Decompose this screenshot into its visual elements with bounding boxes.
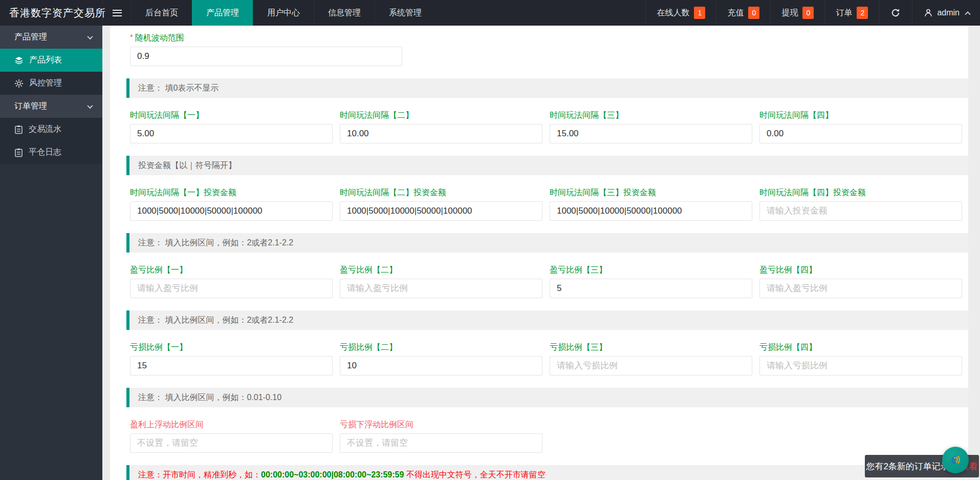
field-label: 亏损比例【四】 [759, 342, 962, 353]
online-users-badge: 1 [694, 7, 705, 19]
field-label: *随机波动范围 [130, 33, 968, 44]
chevron-up-icon [965, 11, 970, 17]
online-users-stat[interactable]: 在线人数 1 [645, 0, 716, 26]
field-random-range: *随机波动范围 [130, 33, 968, 66]
withdraw-label: 提现 [781, 8, 798, 18]
field-loss-float: 亏损下浮动比例区间 [340, 420, 542, 453]
profit-2-input[interactable] [340, 279, 542, 298]
notice-ratio-a: 注意： 填入比例区间，例如：2或者2.1-2.2 [126, 233, 968, 253]
sidebar-group-orders[interactable]: 订单管理 [0, 95, 102, 118]
field-invest-1: 时间玩法间隔【一】投资金额 [130, 187, 333, 221]
field-label: 亏损比例【三】 [550, 342, 752, 353]
field-label: 亏损比例【一】 [130, 342, 333, 353]
gear-icon [14, 79, 24, 88]
invest-3-input[interactable] [550, 201, 752, 221]
notification-fab-button[interactable] [942, 447, 969, 473]
notice-display-rule: 注意： 填0表示不显示 [126, 78, 968, 98]
sidebar-group-label: 订单管理 [14, 101, 88, 112]
sidebar-item-product-list[interactable]: 产品列表 [0, 49, 102, 72]
refresh-icon [890, 8, 901, 18]
nav-item-system[interactable]: 系统管理 [375, 0, 435, 26]
notice-market-suffix: 不得出现中文符号，全天不开市请留空 [404, 470, 545, 479]
field-label: 时间玩法间隔【一】 [130, 110, 333, 121]
sidebar-item-risk-control[interactable]: 风控管理 [0, 72, 102, 95]
loss-3-input[interactable] [550, 356, 752, 375]
field-label: 亏损下浮动比例区间 [340, 420, 542, 430]
field-interval-2: 时间玩法间隔【二】 [340, 110, 542, 143]
interval-1-input[interactable] [130, 124, 333, 143]
field-label: 盈亏比例【一】 [130, 265, 333, 276]
interval-3-input[interactable] [550, 124, 752, 143]
product-edit-form: *随机波动范围 注意： 填0表示不显示 时间玩法间隔【一】 时间玩法间隔【二】 … [110, 26, 968, 480]
loss-4-input[interactable] [759, 356, 962, 375]
app-logo: 香港数字资产交易所 [0, 0, 102, 26]
field-interval-1: 时间玩法间隔【一】 [130, 110, 333, 143]
field-label: 时间玩法间隔【三】投资金额 [550, 187, 752, 198]
field-label: 时间玩法间隔【四】投资金额 [759, 187, 962, 198]
top-navbar: 香港数字资产交易所 后台首页 产品管理 用户中心 信息管理 系统管理 在线人数 … [0, 0, 980, 26]
document-icon [14, 148, 23, 157]
loss-1-input[interactable] [130, 356, 333, 375]
sidebar-item-label: 交易流水 [29, 124, 61, 135]
field-label: 时间玩法间隔【四】 [759, 110, 962, 121]
profit-3-input[interactable] [550, 279, 752, 298]
sidebar-item-close-log[interactable]: 平仓日志 [0, 141, 102, 164]
orders-stat[interactable]: 订单 2 [824, 0, 879, 26]
field-profit-1: 盈亏比例【一】 [130, 265, 333, 298]
nav-item-products[interactable]: 产品管理 [192, 0, 253, 26]
sidebar-item-label: 平仓日志 [29, 147, 61, 158]
loss-ratio-row: 亏损比例【一】 亏损比例【二】 亏损比例【三】 亏损比例【四】 [130, 342, 968, 375]
notice-ratio-c: 注意： 填入比例区间，例如：0.01-0.10 [126, 388, 968, 407]
sidebar-group-label: 产品管理 [14, 32, 88, 43]
speaker-icon [948, 452, 963, 468]
profit-4-input[interactable] [759, 279, 962, 298]
nav-item-users[interactable]: 用户中心 [253, 0, 314, 26]
random-range-label: 随机波动范围 [135, 33, 184, 42]
random-range-input[interactable] [130, 47, 402, 66]
profit-float-input[interactable] [130, 433, 333, 453]
deposit-stat[interactable]: 充值 0 [716, 0, 770, 26]
profit-1-input[interactable] [130, 279, 333, 298]
field-invest-3: 时间玩法间隔【三】投资金额 [550, 187, 752, 221]
admin-user-menu[interactable]: admin [912, 0, 980, 26]
withdraw-stat[interactable]: 提现 0 [770, 0, 824, 26]
field-interval-3: 时间玩法间隔【三】 [550, 110, 752, 143]
hamburger-icon [113, 10, 122, 16]
loss-2-input[interactable] [340, 356, 542, 375]
orders-badge: 2 [857, 7, 868, 19]
sidebar-item-label: 风控管理 [29, 78, 62, 89]
required-asterisk: * [130, 32, 133, 41]
field-profit-float: 盈利上浮动比例区间 [130, 420, 333, 453]
sidebar-item-trade-flow[interactable]: 交易流水 [0, 118, 102, 141]
nav-item-info[interactable]: 信息管理 [314, 0, 375, 26]
refresh-button[interactable] [879, 0, 912, 26]
notice-invest-format: 投资金额【以｜符号隔开】 [126, 156, 968, 175]
invest-4-input[interactable] [759, 201, 962, 221]
interval-4-input[interactable] [759, 124, 962, 143]
field-loss-4: 亏损比例【四】 [759, 342, 962, 375]
admin-username: admin [937, 8, 960, 17]
field-invest-2: 时间玩法间隔【二】投资金额 [340, 187, 542, 221]
field-profit-4: 盈亏比例【四】 [759, 265, 962, 298]
online-users-label: 在线人数 [657, 8, 689, 18]
withdraw-badge: 0 [802, 7, 814, 19]
sidebar-group-products[interactable]: 产品管理 [0, 26, 102, 49]
field-loss-1: 亏损比例【一】 [130, 342, 333, 375]
field-loss-2: 亏损比例【二】 [340, 342, 542, 375]
interval-row: 时间玩法间隔【一】 时间玩法间隔【二】 时间玩法间隔【三】 时间玩法间隔【四】 [130, 110, 968, 143]
field-label: 盈亏比例【二】 [340, 265, 542, 276]
chevron-down-icon [87, 102, 93, 108]
invest-2-input[interactable] [340, 201, 542, 221]
main-content: *随机波动范围 注意： 填0表示不显示 时间玩法间隔【一】 时间玩法间隔【二】 … [102, 26, 980, 480]
nav-item-home[interactable]: 后台首页 [131, 0, 192, 26]
document-icon [14, 125, 23, 134]
invest-1-input[interactable] [130, 201, 333, 221]
layers-icon [14, 56, 24, 65]
sidebar: 产品管理 产品列表 风控管理 订单管理 [0, 26, 102, 480]
loss-float-input[interactable] [340, 433, 542, 453]
field-loss-3: 亏损比例【三】 [550, 342, 752, 375]
field-label: 时间玩法间隔【三】 [550, 110, 752, 121]
profit-ratio-row: 盈亏比例【一】 盈亏比例【二】 盈亏比例【三】 盈亏比例【四】 [130, 265, 968, 298]
sidebar-toggle-button[interactable] [102, 0, 131, 26]
interval-2-input[interactable] [340, 124, 542, 143]
